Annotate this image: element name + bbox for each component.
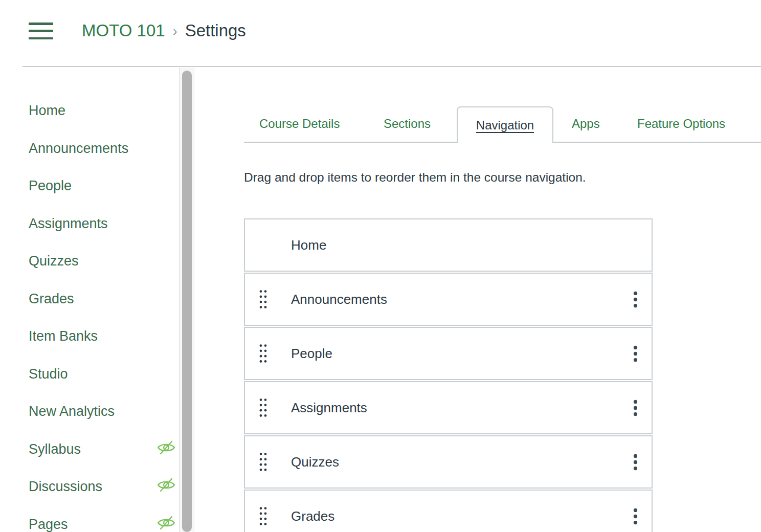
sidebar-link-quizzes[interactable]: Quizzes (29, 253, 79, 269)
nav-row-people[interactable]: People (244, 327, 653, 380)
sidebar-link-assignments[interactable]: Assignments (29, 216, 108, 231)
nav-row-label: Grades (291, 508, 334, 524)
drag-handle-icon[interactable] (259, 398, 267, 418)
breadcrumb: MOTO 101 › Settings (82, 20, 246, 41)
drag-handle-icon[interactable] (259, 506, 267, 526)
nav-row-announcements[interactable]: Announcements (244, 273, 653, 326)
eye-slash-icon (156, 439, 176, 456)
tab-sections[interactable]: Sections (384, 116, 431, 131)
breadcrumb-current-page: Settings (185, 20, 246, 41)
drag-handle-icon[interactable] (259, 290, 267, 309)
nav-row-home: Home (244, 218, 653, 272)
tab-navigation-label: Navigation (476, 118, 534, 132)
drag-handle-icon[interactable] (259, 452, 267, 472)
nav-row-grades[interactable]: Grades (244, 490, 653, 532)
tab-course-details[interactable]: Course Details (259, 116, 340, 131)
header-divider (23, 66, 761, 67)
nav-row-label: Quizzes (291, 454, 339, 470)
nav-row-label: Assignments (291, 400, 367, 416)
chevron-right-icon: › (173, 21, 177, 41)
kebab-menu-icon[interactable] (632, 454, 638, 470)
sidebar-link-pages[interactable]: Pages (29, 517, 68, 532)
sidebar-item-studio[interactable]: Studio (29, 366, 178, 404)
eye-slash-icon (156, 515, 176, 531)
navigation-items-list: Home Announcements People Assignme (244, 218, 653, 532)
nav-row-label: Home (291, 237, 326, 253)
sidebar-item-discussions[interactable]: Discussions (29, 478, 178, 516)
nav-row-quizzes[interactable]: Quizzes (244, 435, 653, 489)
sidebar-link-home[interactable]: Home (29, 103, 65, 118)
sidebar-link-syllabus[interactable]: Syllabus (29, 441, 81, 457)
nav-row-assignments[interactable]: Assignments (244, 381, 653, 434)
sidebar-item-people[interactable]: People (29, 178, 178, 215)
settings-page: MOTO 101 › Settings Home Announcements P… (0, 0, 761, 532)
sidebar-item-new-analytics[interactable]: New Analytics (29, 403, 178, 441)
sidebar-link-people[interactable]: People (29, 178, 72, 193)
hamburger-menu-icon (29, 23, 53, 39)
sidebar-item-quizzes[interactable]: Quizzes (29, 253, 178, 291)
kebab-menu-icon[interactable] (632, 400, 638, 416)
nav-row-label: People (291, 346, 332, 362)
sidebar-item-pages[interactable]: Pages (29, 516, 178, 532)
sidebar-link-discussions[interactable]: Discussions (29, 479, 102, 494)
sidebar-item-announcements[interactable]: Announcements (29, 140, 178, 178)
sidebar-scrollbar-thumb[interactable] (182, 71, 192, 532)
drag-drop-instructions: Drag and drop items to reorder them in t… (244, 170, 586, 185)
tab-navigation[interactable]: Navigation (457, 106, 553, 143)
eye-slash-icon (156, 477, 176, 493)
sidebar-item-assignments[interactable]: Assignments (29, 215, 178, 253)
nav-row-label: Announcements (291, 292, 387, 307)
sidebar-item-home[interactable]: Home (29, 102, 178, 140)
sidebar-item-item-banks[interactable]: Item Banks (29, 328, 178, 366)
drag-handle-icon[interactable] (259, 344, 267, 364)
sidebar-link-studio[interactable]: Studio (29, 366, 68, 382)
kebab-menu-icon[interactable] (632, 345, 638, 362)
sidebar-link-announcements[interactable]: Announcements (29, 141, 128, 156)
sidebar-link-grades[interactable]: Grades (29, 291, 74, 306)
sidebar-item-syllabus[interactable]: Syllabus (29, 441, 178, 479)
breadcrumb-course-link[interactable]: MOTO 101 (82, 20, 165, 41)
kebab-menu-icon[interactable] (632, 508, 638, 524)
content-divider (194, 68, 194, 532)
tab-apps[interactable]: Apps (572, 116, 600, 131)
sidebar-link-new-analytics[interactable]: New Analytics (29, 404, 115, 419)
course-navigation-sidebar: Home Announcements People Assignments Qu… (29, 102, 178, 532)
sidebar-link-item-banks[interactable]: Item Banks (29, 328, 98, 344)
tab-feature-options[interactable]: Feature Options (637, 116, 725, 131)
hamburger-menu-button[interactable] (29, 23, 53, 39)
sidebar-item-grades[interactable]: Grades (29, 291, 178, 328)
kebab-menu-icon[interactable] (632, 291, 638, 307)
